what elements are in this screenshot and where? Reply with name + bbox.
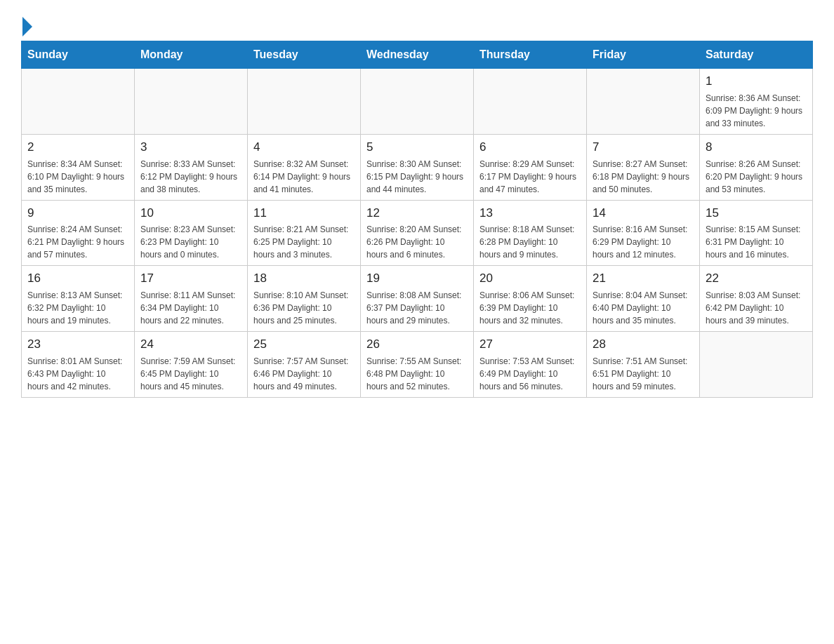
day-number: 20 (479, 270, 581, 287)
calendar-header-thursday: Thursday (474, 41, 587, 69)
calendar-header-wednesday: Wednesday (361, 41, 474, 69)
day-number: 9 (27, 205, 128, 222)
day-info: Sunrise: 8:23 AM Sunset: 6:23 PM Dayligh… (140, 223, 241, 261)
day-number: 23 (27, 336, 128, 353)
day-number: 28 (593, 336, 694, 353)
day-info: Sunrise: 8:03 AM Sunset: 6:42 PM Dayligh… (706, 289, 807, 327)
day-number: 22 (706, 270, 807, 287)
day-number: 4 (253, 139, 355, 156)
day-info: Sunrise: 7:51 AM Sunset: 6:51 PM Dayligh… (593, 355, 694, 393)
day-info: Sunrise: 8:24 AM Sunset: 6:21 PM Dayligh… (27, 223, 128, 261)
calendar-cell: 23Sunrise: 8:01 AM Sunset: 6:43 PM Dayli… (22, 332, 135, 398)
day-info: Sunrise: 8:06 AM Sunset: 6:39 PM Dayligh… (479, 289, 581, 327)
calendar-cell: 20Sunrise: 8:06 AM Sunset: 6:39 PM Dayli… (474, 266, 587, 332)
calendar-cell (135, 69, 248, 135)
day-number: 19 (366, 270, 468, 287)
day-number: 11 (253, 205, 355, 222)
day-number: 14 (593, 205, 694, 222)
day-info: Sunrise: 8:20 AM Sunset: 6:26 PM Dayligh… (366, 223, 468, 261)
day-info: Sunrise: 8:13 AM Sunset: 6:32 PM Dayligh… (27, 289, 128, 327)
calendar-cell: 12Sunrise: 8:20 AM Sunset: 6:26 PM Dayli… (361, 200, 474, 266)
calendar-cell: 25Sunrise: 7:57 AM Sunset: 6:46 PM Dayli… (248, 332, 361, 398)
calendar-week-row: 23Sunrise: 8:01 AM Sunset: 6:43 PM Dayli… (22, 332, 813, 398)
calendar-cell: 3Sunrise: 8:33 AM Sunset: 6:12 PM Daylig… (135, 134, 248, 200)
logo (21, 14, 32, 34)
day-number: 13 (479, 205, 581, 222)
day-info: Sunrise: 8:16 AM Sunset: 6:29 PM Dayligh… (593, 223, 694, 261)
day-info: Sunrise: 8:15 AM Sunset: 6:31 PM Dayligh… (706, 223, 807, 261)
calendar-cell: 8Sunrise: 8:26 AM Sunset: 6:20 PM Daylig… (700, 134, 813, 200)
calendar-header-saturday: Saturday (700, 41, 813, 69)
calendar-cell: 5Sunrise: 8:30 AM Sunset: 6:15 PM Daylig… (361, 134, 474, 200)
day-number: 10 (140, 205, 241, 222)
day-info: Sunrise: 7:55 AM Sunset: 6:48 PM Dayligh… (366, 355, 468, 393)
day-info: Sunrise: 8:30 AM Sunset: 6:15 PM Dayligh… (366, 158, 468, 196)
day-number: 8 (706, 139, 807, 156)
day-number: 24 (140, 336, 241, 353)
day-number: 26 (366, 336, 468, 353)
day-number: 1 (706, 73, 807, 90)
day-info: Sunrise: 8:32 AM Sunset: 6:14 PM Dayligh… (253, 158, 355, 196)
calendar-cell: 9Sunrise: 8:24 AM Sunset: 6:21 PM Daylig… (22, 200, 135, 266)
calendar-cell (700, 332, 813, 398)
day-info: Sunrise: 8:01 AM Sunset: 6:43 PM Dayligh… (27, 355, 128, 393)
day-number: 27 (479, 336, 581, 353)
calendar-cell: 10Sunrise: 8:23 AM Sunset: 6:23 PM Dayli… (135, 200, 248, 266)
calendar-header-row: SundayMondayTuesdayWednesdayThursdayFrid… (22, 41, 813, 69)
day-number: 12 (366, 205, 468, 222)
calendar-cell: 6Sunrise: 8:29 AM Sunset: 6:17 PM Daylig… (474, 134, 587, 200)
calendar-cell: 18Sunrise: 8:10 AM Sunset: 6:36 PM Dayli… (248, 266, 361, 332)
calendar-week-row: 16Sunrise: 8:13 AM Sunset: 6:32 PM Dayli… (22, 266, 813, 332)
calendar-cell (361, 69, 474, 135)
calendar-cell (587, 69, 700, 135)
calendar-cell: 17Sunrise: 8:11 AM Sunset: 6:34 PM Dayli… (135, 266, 248, 332)
calendar-cell: 19Sunrise: 8:08 AM Sunset: 6:37 PM Dayli… (361, 266, 474, 332)
calendar-cell: 1Sunrise: 8:36 AM Sunset: 6:09 PM Daylig… (700, 69, 813, 135)
calendar-header-monday: Monday (135, 41, 248, 69)
calendar-cell: 28Sunrise: 7:51 AM Sunset: 6:51 PM Dayli… (587, 332, 700, 398)
calendar-cell: 13Sunrise: 8:18 AM Sunset: 6:28 PM Dayli… (474, 200, 587, 266)
day-number: 7 (593, 139, 694, 156)
calendar-cell: 11Sunrise: 8:21 AM Sunset: 6:25 PM Dayli… (248, 200, 361, 266)
logo-arrow-icon (22, 17, 32, 36)
calendar-cell: 16Sunrise: 8:13 AM Sunset: 6:32 PM Dayli… (22, 266, 135, 332)
day-info: Sunrise: 8:18 AM Sunset: 6:28 PM Dayligh… (479, 223, 581, 261)
day-number: 3 (140, 139, 241, 156)
calendar-cell: 15Sunrise: 8:15 AM Sunset: 6:31 PM Dayli… (700, 200, 813, 266)
calendar-cell (474, 69, 587, 135)
page-header (21, 14, 813, 34)
day-number: 5 (366, 139, 468, 156)
calendar-cell: 7Sunrise: 8:27 AM Sunset: 6:18 PM Daylig… (587, 134, 700, 200)
day-info: Sunrise: 7:53 AM Sunset: 6:49 PM Dayligh… (479, 355, 581, 393)
day-info: Sunrise: 7:59 AM Sunset: 6:45 PM Dayligh… (140, 355, 241, 393)
calendar-cell: 24Sunrise: 7:59 AM Sunset: 6:45 PM Dayli… (135, 332, 248, 398)
day-info: Sunrise: 7:57 AM Sunset: 6:46 PM Dayligh… (253, 355, 355, 393)
calendar-week-row: 9Sunrise: 8:24 AM Sunset: 6:21 PM Daylig… (22, 200, 813, 266)
day-info: Sunrise: 8:26 AM Sunset: 6:20 PM Dayligh… (706, 158, 807, 196)
day-info: Sunrise: 8:21 AM Sunset: 6:25 PM Dayligh… (253, 223, 355, 261)
calendar-table: SundayMondayTuesdayWednesdayThursdayFrid… (21, 41, 813, 398)
day-number: 25 (253, 336, 355, 353)
calendar-cell (22, 69, 135, 135)
day-info: Sunrise: 8:29 AM Sunset: 6:17 PM Dayligh… (479, 158, 581, 196)
calendar-cell (248, 69, 361, 135)
day-number: 16 (27, 270, 128, 287)
calendar-cell: 4Sunrise: 8:32 AM Sunset: 6:14 PM Daylig… (248, 134, 361, 200)
day-number: 17 (140, 270, 241, 287)
day-info: Sunrise: 8:10 AM Sunset: 6:36 PM Dayligh… (253, 289, 355, 327)
day-info: Sunrise: 8:27 AM Sunset: 6:18 PM Dayligh… (593, 158, 694, 196)
calendar-header-tuesday: Tuesday (248, 41, 361, 69)
day-number: 2 (27, 139, 128, 156)
day-number: 21 (593, 270, 694, 287)
calendar-week-row: 1Sunrise: 8:36 AM Sunset: 6:09 PM Daylig… (22, 69, 813, 135)
calendar-header-sunday: Sunday (22, 41, 135, 69)
calendar-cell: 27Sunrise: 7:53 AM Sunset: 6:49 PM Dayli… (474, 332, 587, 398)
calendar-cell: 22Sunrise: 8:03 AM Sunset: 6:42 PM Dayli… (700, 266, 813, 332)
day-info: Sunrise: 8:36 AM Sunset: 6:09 PM Dayligh… (706, 92, 807, 130)
day-info: Sunrise: 8:33 AM Sunset: 6:12 PM Dayligh… (140, 158, 241, 196)
day-info: Sunrise: 8:34 AM Sunset: 6:10 PM Dayligh… (27, 158, 128, 196)
day-info: Sunrise: 8:04 AM Sunset: 6:40 PM Dayligh… (593, 289, 694, 327)
calendar-cell: 21Sunrise: 8:04 AM Sunset: 6:40 PM Dayli… (587, 266, 700, 332)
day-info: Sunrise: 8:11 AM Sunset: 6:34 PM Dayligh… (140, 289, 241, 327)
calendar-cell: 2Sunrise: 8:34 AM Sunset: 6:10 PM Daylig… (22, 134, 135, 200)
